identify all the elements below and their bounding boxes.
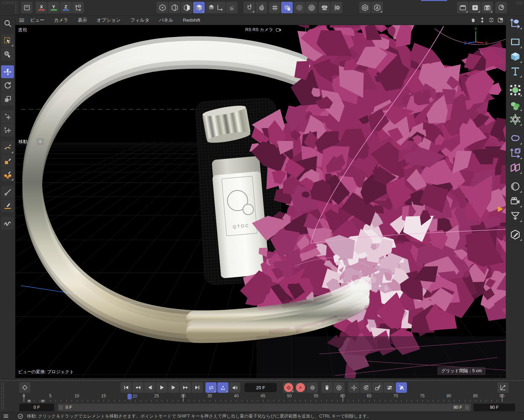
hex-cube-icon[interactable] bbox=[193, 2, 205, 13]
autofit-icon[interactable]: A bbox=[217, 382, 228, 393]
prev-key-icon[interactable] bbox=[132, 382, 144, 393]
grid-lock-icon[interactable] bbox=[281, 2, 293, 13]
symmetry-icon[interactable] bbox=[319, 2, 330, 13]
render-view-icon[interactable] bbox=[457, 2, 468, 13]
range-min-field[interactable]: 0 F bbox=[19, 404, 54, 411]
viewport-canvas[interactable]: QTOC bbox=[15, 25, 506, 378]
record-key-icon[interactable] bbox=[283, 382, 294, 393]
viewport[interactable]: QTOC 透視 RS RS カメラ Y bbox=[15, 25, 506, 378]
workplane-icon[interactable] bbox=[226, 2, 238, 13]
camera-object-icon[interactable] bbox=[508, 194, 523, 208]
annotate-hex-icon[interactable]: A bbox=[371, 2, 383, 13]
snap-settings-icon[interactable] bbox=[256, 2, 267, 13]
deformer-axis-icon[interactable] bbox=[508, 146, 523, 160]
menu-redshift[interactable]: Redshift bbox=[183, 17, 200, 23]
rings-icon[interactable] bbox=[293, 2, 305, 13]
pen-square-icon[interactable] bbox=[1, 155, 14, 168]
sketch-icon[interactable] bbox=[1, 217, 14, 230]
set-keyframe-button[interactable] bbox=[19, 382, 30, 393]
go-end-icon[interactable] bbox=[192, 382, 203, 393]
viewport-menu-icon[interactable] bbox=[18, 17, 25, 24]
orbit-icon[interactable] bbox=[488, 17, 495, 23]
position-key-icon[interactable] bbox=[348, 382, 359, 393]
visibility-hex-icon[interactable] bbox=[359, 2, 371, 13]
render-play-icon[interactable] bbox=[469, 2, 481, 13]
text-object-icon[interactable] bbox=[508, 64, 523, 78]
menu-options[interactable]: オプション bbox=[97, 17, 121, 23]
range-slider[interactable]: 0 F 90 F bbox=[58, 404, 471, 411]
palette-handle[interactable] bbox=[15, 1, 17, 14]
timeline-ruler[interactable]: 051015253035404550556065707580859020 bbox=[0, 393, 524, 403]
live-selection-icon[interactable] bbox=[1, 34, 14, 47]
z-lock-button[interactable]: Z bbox=[60, 2, 72, 13]
tweak-icon[interactable] bbox=[1, 48, 14, 61]
toggles-icon[interactable] bbox=[384, 382, 395, 393]
rotation-key-icon[interactable] bbox=[360, 382, 371, 393]
camera-label[interactable]: RS RS カメラ bbox=[225, 27, 302, 33]
selection-move-icon[interactable] bbox=[1, 110, 14, 123]
rotation-record-icon[interactable] bbox=[333, 382, 344, 393]
render-settings-icon[interactable] bbox=[481, 2, 493, 13]
y-lock-button[interactable]: Y bbox=[48, 2, 59, 13]
grid-icon[interactable] bbox=[269, 2, 281, 13]
material-pencil-icon[interactable] bbox=[508, 228, 523, 242]
status-menu-icon[interactable] bbox=[3, 413, 9, 419]
range-grip-left[interactable] bbox=[59, 405, 63, 410]
array-blocks-icon[interactable] bbox=[508, 98, 523, 112]
stage-icon[interactable] bbox=[508, 209, 523, 223]
scale-key-icon[interactable] bbox=[372, 382, 383, 393]
rotate-tool-icon[interactable] bbox=[1, 79, 14, 92]
hex-half-icon[interactable] bbox=[181, 2, 192, 13]
spline-rect-icon[interactable] bbox=[508, 35, 523, 49]
range-grip-right[interactable] bbox=[466, 405, 469, 410]
scale-tool-icon[interactable] bbox=[1, 93, 14, 105]
hex-split-icon[interactable] bbox=[169, 2, 180, 13]
prev-frame-icon[interactable] bbox=[144, 382, 155, 393]
timeline-handle[interactable] bbox=[0, 380, 524, 382]
gear-ring-icon[interactable] bbox=[306, 2, 317, 13]
hex-dot-icon[interactable] bbox=[157, 2, 168, 13]
window-box-icon[interactable] bbox=[21, 2, 32, 13]
menu-view[interactable]: ビュー bbox=[30, 17, 44, 23]
cube-primitive-icon[interactable] bbox=[508, 50, 523, 64]
interactive-render-icon[interactable] bbox=[495, 2, 507, 13]
menu-panel[interactable]: パネル bbox=[159, 17, 173, 23]
ffd-sphere-icon[interactable] bbox=[508, 83, 523, 97]
points-move-icon[interactable] bbox=[1, 124, 14, 137]
loop-icon[interactable] bbox=[205, 382, 217, 393]
current-frame-field[interactable]: 20 F bbox=[245, 383, 277, 392]
needle-icon[interactable] bbox=[1, 186, 14, 199]
world-axis-icon[interactable] bbox=[72, 2, 84, 13]
spline-draw-icon[interactable] bbox=[508, 16, 523, 30]
next-key-icon[interactable] bbox=[180, 382, 191, 393]
autokey-icon[interactable]: A bbox=[295, 382, 306, 393]
environment-icon[interactable] bbox=[508, 179, 523, 193]
go-start-icon[interactable] bbox=[121, 382, 132, 393]
maximize-view-icon[interactable] bbox=[497, 17, 504, 23]
play-icon[interactable] bbox=[156, 382, 167, 393]
x-lock-button[interactable]: X bbox=[36, 2, 47, 13]
parameter-pen-icon[interactable] bbox=[396, 382, 407, 393]
menu-filter[interactable]: フィルタ bbox=[130, 17, 150, 23]
palette-handle[interactable] bbox=[2, 1, 14, 5]
sound-icon[interactable] bbox=[229, 382, 240, 393]
snap-magnet-icon[interactable] bbox=[243, 2, 255, 13]
mograph-gear-icon[interactable] bbox=[508, 112, 523, 126]
fcurve-icon[interactable] bbox=[497, 382, 509, 393]
volume-blob-icon[interactable] bbox=[508, 131, 523, 145]
next-frame-icon[interactable] bbox=[168, 382, 179, 393]
symmetry-planes-icon[interactable] bbox=[508, 161, 523, 175]
pen-line-icon[interactable] bbox=[1, 199, 14, 212]
symmetry-settings-icon[interactable] bbox=[331, 2, 342, 13]
search-icon[interactable] bbox=[1, 17, 14, 30]
key-settings-icon[interactable] bbox=[307, 382, 318, 393]
range-max-field[interactable]: 90 F bbox=[473, 404, 515, 411]
move-tool-icon[interactable] bbox=[1, 65, 14, 78]
menu-display[interactable]: 表示 bbox=[78, 17, 87, 23]
palette-handle[interactable] bbox=[516, 1, 523, 5]
menu-camera[interactable]: カメラ bbox=[54, 17, 68, 23]
mouse-icon[interactable] bbox=[321, 382, 333, 393]
axis-mode-icon[interactable] bbox=[214, 2, 225, 13]
pen-cubes-icon[interactable] bbox=[1, 168, 14, 181]
pan-hand-icon[interactable] bbox=[470, 17, 476, 23]
